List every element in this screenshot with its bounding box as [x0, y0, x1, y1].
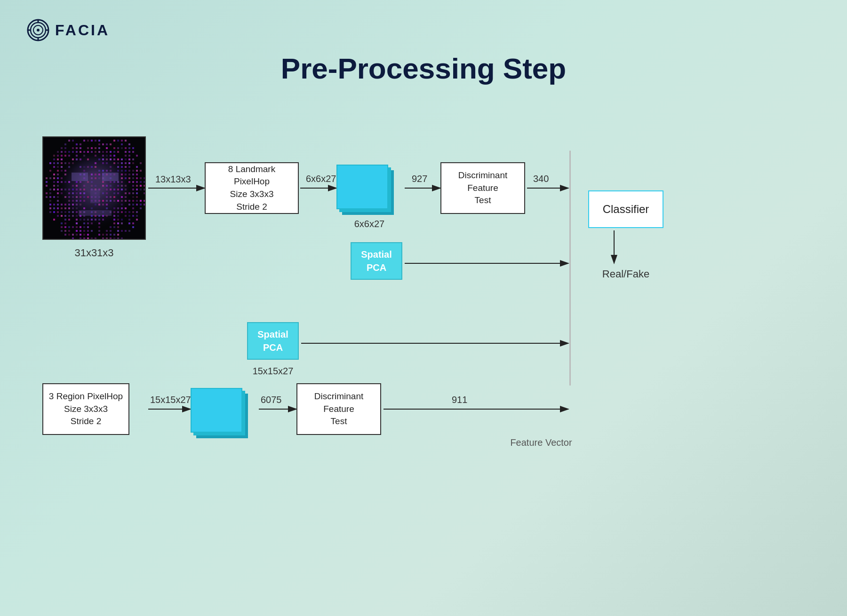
arrows-svg: 13x13x3 6x6x27 927 340 15x15x27 6075 911: [28, 108, 819, 578]
spatial-pca-bottom-text: SpatialPCA: [257, 328, 288, 354]
feature-vector-label: Feature Vector: [494, 437, 588, 448]
svg-text:340: 340: [533, 174, 549, 184]
classifier-text: Classifier: [603, 203, 649, 216]
classifier-box: Classifier: [588, 190, 663, 228]
svg-text:13x13x3: 13x13x3: [155, 174, 191, 184]
region-pixelhop-box: 3 Region PixelHopSize 3x3x3Stride 2: [42, 383, 129, 435]
spatial-pca-top-box: SpatialPCA: [351, 242, 402, 280]
discriminant-bottom-box: DiscriminantFeatureTest: [296, 383, 381, 435]
logo: FACIA: [26, 18, 110, 42]
svg-text:6075: 6075: [261, 395, 282, 405]
page-front-bottom: [191, 388, 242, 433]
svg-text:911: 911: [452, 395, 467, 405]
svg-text:927: 927: [412, 174, 427, 184]
spatial-pca-bottom-box: SpatialPCA: [247, 322, 299, 360]
discriminant-bottom-text: DiscriminantFeatureTest: [314, 390, 364, 428]
svg-text:6x6x27: 6x6x27: [306, 174, 336, 184]
spatial-pca-bottom-label: 15x15x27: [242, 366, 304, 377]
face-image: [42, 136, 146, 240]
vertical-divider: [569, 150, 571, 386]
page-front-top: [336, 165, 388, 209]
diagram-area: 13x13x3 6x6x27 927 340 15x15x27 6075 911…: [28, 108, 819, 578]
discriminant-top-text: DiscriminantFeatureTest: [458, 169, 508, 207]
discriminant-top-box: DiscriminantFeatureTest: [440, 162, 525, 214]
page-title: Pre-Processing Step: [0, 52, 847, 85]
face-canvas: [43, 137, 146, 240]
landmark-pixelhop-text: 8 Landmark PixelHopSize 3x3x3Stride 2: [210, 163, 293, 213]
logo-text: FACIA: [55, 22, 110, 39]
landmark-pixelhop-box: 8 Landmark PixelHopSize 3x3x3Stride 2: [205, 162, 299, 214]
face-label: 31x31x3: [56, 247, 132, 259]
region-pixelhop-text: 3 Region PixelHopSize 3x3x3Stride 2: [49, 390, 123, 428]
spatial-pca-top-text: SpatialPCA: [361, 248, 392, 274]
svg-text:15x15x27: 15x15x27: [150, 395, 191, 405]
real-fake-label: Real/Fake: [595, 268, 656, 280]
logo-icon: [26, 18, 50, 42]
svg-point-0: [37, 29, 40, 32]
stacked-top-label: 6x6x27: [339, 219, 400, 229]
